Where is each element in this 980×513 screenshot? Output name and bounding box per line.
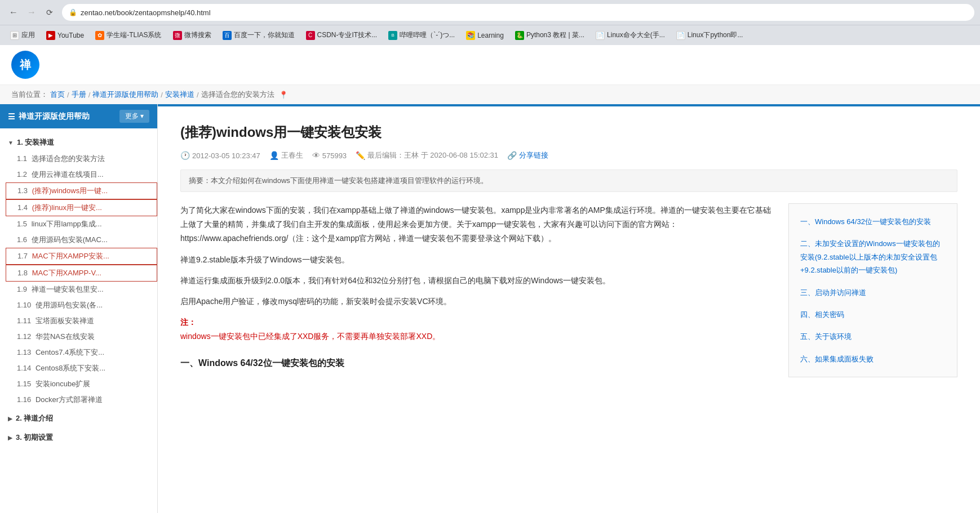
address-text[interactable]: zentao.net/book/zentaopmshelp/40.html (81, 8, 211, 17)
right-toc-item-3[interactable]: 三、启动并访问禅道 (800, 284, 946, 301)
bookmark-baidu-label: 百度一下，你就知道 (234, 30, 295, 40)
toc-arrow-1: ▼ (8, 140, 14, 146)
right-toc: 一、Windows 64/32位一键安装包的安装 二、未加安全设置的Window… (788, 203, 957, 377)
article-meta: 🕐 2012-03-05 10:23:47 👤 王春生 👁 575993 ✏️ … (180, 150, 957, 160)
breadcrumb-install[interactable]: 安装禅道 (165, 90, 194, 100)
youtube-icon: ▶ (46, 31, 55, 40)
sidebar-title-text: 禅道开源版使用帮助 (19, 111, 90, 122)
toc-item-1-6[interactable]: 1.6 使用源码包安装(MAC... (6, 232, 157, 248)
address-bar-container: 🔒 zentao.net/book/zentaopmshelp/40.html (62, 4, 974, 21)
toc-arrow-2: ▶ (8, 416, 12, 422)
right-toc-item-4[interactable]: 四、相关密码 (800, 306, 946, 323)
person-icon: 👤 (269, 151, 279, 160)
bookmark-tlias-label: 学生端-TLIAS系统 (107, 30, 161, 40)
toc-item-1-11[interactable]: 1.11 宝塔面板安装禅道 (6, 313, 157, 329)
forward-button[interactable]: → (24, 5, 39, 20)
apps-icon: ⊞ (10, 31, 19, 40)
bookmark-python[interactable]: 🐍 Python3 教程 | 菜... (511, 29, 589, 42)
right-toc-item-1[interactable]: 一、Windows 64/32位一键安装包的安装 (800, 213, 946, 230)
reload-button[interactable]: ⟳ (42, 5, 57, 20)
bookmark-python-label: Python3 教程 | 菜... (526, 30, 584, 40)
right-toc-item-2[interactable]: 二、未加安全设置的Windows一键安装包的安装(9.2.stable以上版本的… (800, 235, 946, 279)
meta-share[interactable]: 🔗 分享链接 (507, 150, 548, 160)
breadcrumb-help[interactable]: 禅道开源版使用帮助 (92, 90, 158, 100)
toc-items-1: 1.1 选择适合您的安装方法 1.2 使用云禅道在线项目... 1.3 (推荐)… (0, 151, 157, 408)
toc-item-1-2[interactable]: 1.2 使用云禅道在线项目... (6, 167, 157, 182)
toc-item-1-3[interactable]: 1.3 (推荐)windows用一键... (6, 182, 157, 199)
breadcrumb: 当前位置： 首页 / 手册 / 禅道开源版使用帮助 / 安装禅道 / 选择适合您… (0, 85, 980, 104)
bookmark-bilibili[interactable]: B 哔哩哔哩（`-´)つ... (384, 29, 459, 42)
toc-section-2-label: 2. 禅道介绍 (16, 413, 53, 423)
logo-image: 禅 (11, 51, 39, 79)
bilibili-icon: B (388, 31, 397, 40)
sidebar-more-button[interactable]: 更多 ▾ (119, 110, 149, 123)
bookmark-apps[interactable]: ⊞ 应用 (6, 29, 39, 42)
bookmark-csdn[interactable]: C CSDN-专业IT技术... (301, 29, 382, 42)
nav-buttons: ← → ⟳ (6, 5, 57, 20)
bookmark-linux[interactable]: 📄 Linux命令大全(手... (591, 29, 669, 42)
breadcrumb-prefix: 当前位置： (11, 90, 48, 100)
linuxpy-icon: 📄 (676, 31, 685, 40)
tlias-icon: ✿ (95, 31, 104, 40)
toc-item-1-15[interactable]: 1.15 安装ioncube扩展 (6, 376, 157, 392)
toc-item-1-8[interactable]: 1.8 MAC下用XAMPP-V... (6, 265, 157, 282)
toc-item-1-5[interactable]: 1.5 linux下用lampp集成... (6, 216, 157, 232)
clock-icon: 🕐 (180, 151, 190, 160)
toc-item-1-1[interactable]: 1.1 选择适合您的安装方法 (6, 151, 157, 167)
toc-item-1-4[interactable]: 1.4 (推荐)linux用一键安... (6, 199, 157, 216)
right-toc-item-6[interactable]: 六、如果集成面板失败 (800, 350, 946, 368)
bookmark-tlias[interactable]: ✿ 学生端-TLIAS系统 (91, 29, 166, 42)
main-layout: ☰ 禅道开源版使用帮助 更多 ▾ ▼ 1. 安装禅道 1 (0, 104, 980, 513)
toc-item-1-16[interactable]: 1.16 Docker方式部署禅道 (6, 392, 157, 408)
toc-section-1: ▼ 1. 安装禅道 1.1 选择适合您的安装方法 1.2 使用云禅道在线项目..… (0, 134, 157, 408)
bookmark-csdn-label: CSDN-专业IT技术... (317, 30, 378, 40)
toc-item-1-7[interactable]: 1.7 MAC下用XAMPP安装... (6, 248, 157, 265)
linux-icon: 📄 (596, 31, 605, 40)
toc-section-1-header[interactable]: ▼ 1. 安装禅道 (0, 134, 157, 151)
right-toc-item-5[interactable]: 五、关于该环境 (800, 328, 946, 345)
python-icon: 🐍 (515, 31, 524, 40)
article-body: 一、Windows 64/32位一键安装包的安装 二、未加安全设置的Window… (180, 203, 957, 371)
summary-text: 摘要：本文介绍如何在windows下面使用禅道一键安装包搭建禅道项目管理软件的运… (189, 176, 488, 185)
meta-lastedit-text: 最后编辑：王林 于 2020-06-08 15:02:31 (367, 150, 498, 160)
toc-item-1-14[interactable]: 1.14 Centos8系统下安装... (6, 360, 157, 376)
toc-item-1-13[interactable]: 1.13 Centos7.4系统下安... (6, 345, 157, 360)
bookmark-youtube[interactable]: ▶ YouTube (42, 29, 88, 42)
browser-toolbar: ← → ⟳ 🔒 zentao.net/book/zentaopmshelp/40… (0, 0, 980, 25)
note-label: 注： (180, 318, 196, 327)
toc-item-1-10[interactable]: 1.10 使用源码包安装(各... (6, 297, 157, 313)
csdn-icon: C (306, 31, 315, 40)
breadcrumb-manual[interactable]: 手册 (72, 90, 86, 100)
breadcrumb-home[interactable]: 首页 (50, 90, 65, 100)
learning-icon: 📚 (466, 31, 475, 40)
bookmark-baidu[interactable]: 百 百度一下，你就知道 (218, 29, 299, 42)
toc-section-2-header[interactable]: ▶ 2. 禅道介绍 (0, 410, 157, 427)
browser-chrome: ← → ⟳ 🔒 zentao.net/book/zentaopmshelp/40… (0, 0, 980, 45)
bookmark-linuxpy[interactable]: 📄 Linux下python即... (672, 29, 748, 42)
meta-share-text: 分享链接 (519, 150, 548, 160)
bookmark-linuxpy-label: Linux下python即... (688, 30, 743, 40)
weibo-icon: 微 (173, 31, 182, 40)
edit-icon: ✏️ (356, 151, 365, 160)
share-icon: 🔗 (507, 151, 517, 160)
toc-section-3-label: 3. 初期设置 (16, 432, 53, 443)
bookmark-apps-label: 应用 (21, 30, 35, 40)
sidebar-header: ☰ 禅道开源版使用帮助 更多 ▾ (0, 104, 157, 128)
location-icon: 📍 (279, 91, 288, 99)
toc: ▼ 1. 安装禅道 1.1 选择适合您的安装方法 1.2 使用云禅道在线项目..… (0, 128, 157, 454)
bookmark-learning[interactable]: 📚 Learning (462, 29, 508, 42)
toc-section-2: ▶ 2. 禅道介绍 (0, 410, 157, 427)
toc-section-3-header[interactable]: ▶ 3. 初期设置 (0, 429, 157, 446)
back-button[interactable]: ← (6, 5, 21, 20)
breadcrumb-current: 选择适合您的安装方法 (201, 90, 274, 100)
toc-item-1-9[interactable]: 1.9 禅道一键安装包里安... (6, 282, 157, 297)
bookmark-bilibili-label: 哔哩哔哩（`-´)つ... (400, 30, 455, 40)
sidebar-scroll[interactable]: ▼ 1. 安装禅道 1.1 选择适合您的安装方法 1.2 使用云禅道在线项目..… (0, 128, 157, 454)
meta-date-text: 2012-03-05 10:23:47 (192, 151, 260, 160)
content-wrapper: (推荐)windows用一键安装包安装 🕐 2012-03-05 10:23:4… (158, 104, 980, 513)
toc-item-1-12[interactable]: 1.12 华芸NAS在线安装 (6, 329, 157, 345)
bookmark-weibo[interactable]: 微 微博搜索 (168, 29, 216, 42)
meta-views: 👁 575993 (312, 151, 347, 160)
toc-section-1-label: 1. 安装禅道 (17, 137, 54, 148)
eye-icon: 👁 (312, 151, 320, 160)
